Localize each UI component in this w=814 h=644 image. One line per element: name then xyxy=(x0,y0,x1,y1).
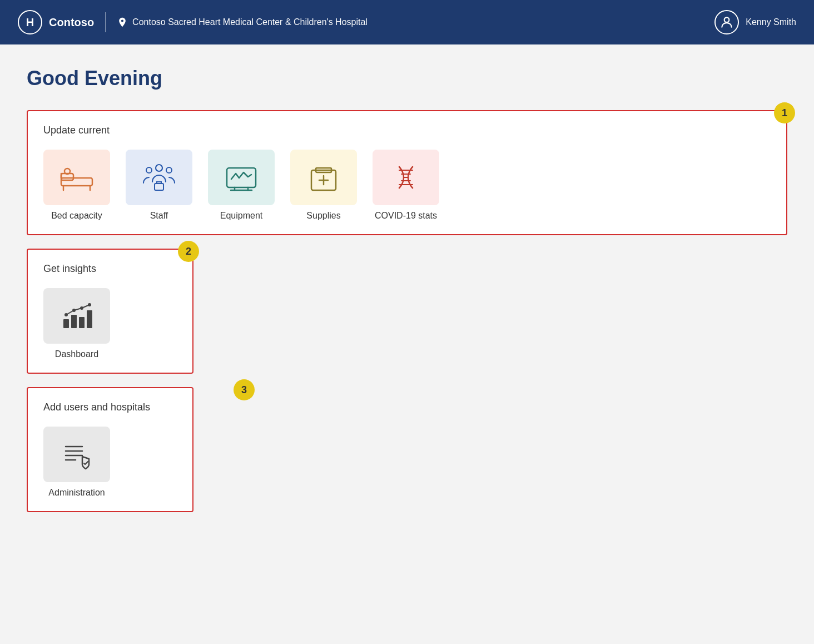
header-divider xyxy=(105,12,106,32)
svg-point-9 xyxy=(166,167,172,173)
administration-label: Administration xyxy=(48,488,105,498)
supplies-label: Supplies xyxy=(306,211,340,221)
administration-card[interactable]: Administration xyxy=(43,427,110,498)
user-icon xyxy=(719,15,734,29)
app-logo: H xyxy=(18,10,42,34)
avatar xyxy=(714,10,739,34)
section-title-1: Update current xyxy=(43,125,771,136)
equipment-card[interactable]: Equipment xyxy=(208,150,275,221)
covid-label: COVID-19 stats xyxy=(375,211,437,221)
admin-icon xyxy=(58,438,96,471)
get-insights-section: 2 Get insights xyxy=(27,249,193,374)
location-info: Contoso Sacred Heart Medical Center & Ch… xyxy=(117,17,714,28)
location-icon xyxy=(117,17,128,28)
dashboard-card[interactable]: Dashboard xyxy=(43,288,110,359)
covid-card[interactable]: COVID-19 stats xyxy=(373,150,439,221)
dashboard-label: Dashboard xyxy=(55,349,98,359)
svg-rect-24 xyxy=(63,319,69,328)
supplies-icon xyxy=(305,162,343,193)
staff-label: Staff xyxy=(150,211,168,221)
location-text: Contoso Sacred Heart Medical Center & Ch… xyxy=(132,17,368,27)
update-current-section: 1 Update current Bed capacity xyxy=(27,110,787,235)
bed-icon-wrap xyxy=(43,150,110,205)
username: Kenny Smith xyxy=(746,17,796,27)
equipment-icon xyxy=(222,162,260,193)
staff-icon-wrap xyxy=(126,150,192,205)
covid-icon-wrap xyxy=(373,150,439,205)
bed-capacity-card[interactable]: Bed capacity xyxy=(43,150,110,221)
badge-1: 1 xyxy=(774,102,795,123)
badge-3: 3 xyxy=(234,379,255,400)
add-users-section: 3 Add users and hospitals xyxy=(27,387,193,512)
cards-row-1: Bed capacity xyxy=(43,150,771,221)
cards-row-2: Dashboard xyxy=(43,288,177,359)
admin-icon-wrap xyxy=(43,427,110,482)
svg-rect-27 xyxy=(87,310,92,328)
bed-icon xyxy=(58,162,96,193)
svg-point-8 xyxy=(146,167,152,173)
equipment-label: Equipment xyxy=(220,211,263,221)
staff-card[interactable]: Staff xyxy=(126,150,192,221)
svg-rect-26 xyxy=(79,317,85,328)
equipment-icon-wrap xyxy=(208,150,275,205)
svg-rect-11 xyxy=(227,168,256,187)
supplies-card[interactable]: Supplies xyxy=(290,150,357,221)
staff-icon xyxy=(139,162,179,193)
greeting-text: Good Evening xyxy=(27,67,787,90)
badge-2: 2 xyxy=(178,241,199,262)
section-title-3: Add users and hospitals xyxy=(43,402,177,413)
svg-point-7 xyxy=(156,165,162,171)
main-content: Good Evening 1 Update current Bed capac xyxy=(0,44,814,548)
supplies-icon-wrap xyxy=(290,150,357,205)
covid-icon xyxy=(387,162,425,193)
user-info: Kenny Smith xyxy=(714,10,796,34)
svg-rect-10 xyxy=(155,184,163,190)
svg-rect-1 xyxy=(61,178,92,186)
cards-row-3: Administration xyxy=(43,427,177,498)
bed-capacity-label: Bed capacity xyxy=(51,211,102,221)
section-title-2: Get insights xyxy=(43,263,177,275)
dashboard-icon-wrap xyxy=(43,288,110,344)
app-header: H Contoso Contoso Sacred Heart Medical C… xyxy=(0,0,814,44)
svg-point-0 xyxy=(724,17,729,22)
svg-rect-25 xyxy=(71,315,77,328)
brand-name: Contoso xyxy=(49,16,94,29)
dashboard-icon xyxy=(58,299,96,333)
